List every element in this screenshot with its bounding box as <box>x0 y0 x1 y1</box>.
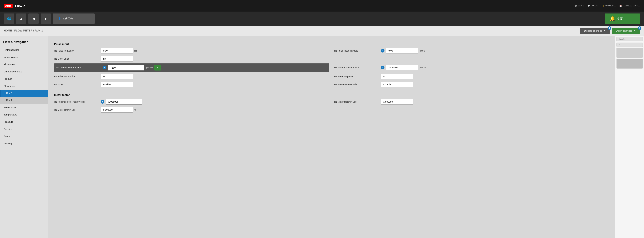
discard-badge: 1 <box>608 26 611 30</box>
r1-meter-factor-inuse-label: R1 Meter factor in-use <box>334 101 379 103</box>
back-button[interactable]: ◀ <box>28 13 39 24</box>
r1-meter-units-row: R1 Meter units bbl <box>54 55 329 62</box>
user-label: a (5000) <box>63 17 73 20</box>
sidebar: Flow-X Navigation Historical data In-use… <box>0 36 48 238</box>
r1-kfactor-confirm-button[interactable]: ✔ <box>154 65 161 71</box>
right-panel-file: File <box>616 43 643 47</box>
r1-nominal-meter-factor-input[interactable] <box>106 99 142 105</box>
sidebar-item-cumulative-totals[interactable]: Cumulative totals <box>0 68 48 75</box>
r1-meter-factor-inuse-value: 1.000000 <box>381 99 413 105</box>
sidebar-item-density[interactable]: Density <box>0 125 48 133</box>
meter-error-grid: R1 Meter error in-use 0.000000 % <box>54 107 609 113</box>
app-name: Flow-X <box>15 4 26 7</box>
slot-status: ▣ SLOT 2 <box>575 5 584 7</box>
r1-pulse-flow-rate-value-group: 0.00 unit/hr <box>386 48 425 53</box>
r1-meter-error-inuse-unit: % <box>134 109 136 111</box>
r1-maintenance-mode-row: R1 Maintenance mode Disabled <box>334 81 609 88</box>
breadcrumb-actions: Discard changes ✕ 1 Apply changes ✔ 1 <box>580 28 640 34</box>
forward-button[interactable]: ▶ <box>40 13 51 24</box>
sidebar-item-flow-meter[interactable]: Flow Meter <box>0 82 48 90</box>
sidebar-item-run-2[interactable]: Run 2 <box>0 97 48 104</box>
topbar-status: ▣ SLOT 2 💬 ENGLISH 🔓 UNLOCKED 📅 11/08/20… <box>575 5 640 7</box>
apply-label: Apply changes <box>616 29 632 32</box>
r1-nominal-meter-factor-info-icon[interactable]: i <box>101 100 104 104</box>
sidebar-item-proving[interactable]: Proving <box>0 140 48 147</box>
r1-meter-kfactor-inuse-row: R1 Meter K-factor in-use i 7200.000 pls/… <box>334 63 609 72</box>
navbar-right: 🔔 0 (5) <box>605 13 640 24</box>
r1-pulse-input-active-row: R1 Pulse input active No <box>54 73 329 80</box>
sidebar-item-pressure[interactable]: Pressure <box>0 118 48 125</box>
r1-meter-factor-inuse-row: R1 Meter factor in-use 1.000000 <box>334 98 609 105</box>
topbar: ABB Flow-X ▣ SLOT 2 💬 ENGLISH 🔓 UNLOCKED… <box>0 0 644 11</box>
topbar-right: ▣ SLOT 2 💬 ENGLISH 🔓 UNLOCKED 📅 11/08/20… <box>575 5 640 7</box>
r1-maintenance-mode-value: Disabled <box>381 82 413 87</box>
main-layout: Flow-X Navigation Historical data In-use… <box>0 36 644 238</box>
r1-fwd-nominal-kfactor-row: R1 Fwd nominal K-factor i pls/unit ✔ <box>54 63 329 72</box>
r1-meter-kfactor-inuse-info-icon[interactable]: i <box>381 66 384 69</box>
r1-meter-error-inuse-value: 0.000000 <box>101 107 133 113</box>
sidebar-item-meter-factor[interactable]: Meter factor <box>0 104 48 111</box>
discard-changes-button[interactable]: Discard changes ✕ 1 <box>580 28 610 34</box>
r1-fwd-nominal-kfactor-label: R1 Fwd nominal K-factor <box>56 66 101 69</box>
up-button[interactable]: ▲ <box>16 13 26 24</box>
r1-kfactor-info-icon[interactable]: i <box>103 66 106 69</box>
sidebar-item-batch[interactable]: Batch <box>0 133 48 140</box>
r1-pulse-freq-label: R1 Pulse frequency <box>54 49 99 52</box>
alarm-icon: 🔔 <box>610 16 616 21</box>
r1-pulse-flow-rate-info-icon[interactable]: i <box>381 49 384 52</box>
r1-pulse-freq-value-group: 0.00 Hz <box>101 48 137 53</box>
r1-totals-value: Enabled <box>101 82 133 87</box>
datetime-status: 📅 11/08/2023 11:01:20 <box>619 5 640 7</box>
right-panel: + New Tab File <box>615 36 644 238</box>
globe-button[interactable]: 🌐 <box>4 13 14 24</box>
r1-pulse-input-active-label: R1 Pulse input active <box>54 75 99 78</box>
sidebar-title: Flow-X Navigation <box>0 38 48 46</box>
pulse-active-grid: R1 Pulse input active No R1 Meter on pro… <box>54 73 609 80</box>
right-panel-new-tab: + New Tab <box>616 37 643 41</box>
apply-badge: 1 <box>638 26 642 30</box>
abb-logo: ABB <box>4 4 12 8</box>
alarm-count: 0 (5) <box>618 17 624 20</box>
r1-pulse-freq-value: 0.00 <box>101 48 133 53</box>
r1-totals-row: R1 Totals Enabled <box>54 81 329 88</box>
meter-units-grid: R1 Meter units bbl <box>54 55 609 62</box>
totals-grid: R1 Totals Enabled R1 Maintenance mode Di… <box>54 81 609 88</box>
r1-meter-units-value: bbl <box>101 56 133 62</box>
r1-pulse-input-active-value: No <box>101 74 133 79</box>
sidebar-item-temperature[interactable]: Temperature <box>0 111 48 118</box>
sidebar-item-in-use-values[interactable]: In-use values <box>0 53 48 61</box>
r1-meter-kfactor-inuse-value: 7200.000 <box>386 65 418 70</box>
r1-meter-on-prove-label: R1 Meter on prove <box>334 75 379 78</box>
r1-meter-kfactor-inuse-label: R1 Meter K-factor in-use <box>334 66 379 69</box>
r1-pulse-freq-row: R1 Pulse frequency 0.00 Hz <box>54 47 329 54</box>
right-panel-thumbnail-1 <box>616 48 643 58</box>
r1-pulse-freq-unit: Hz <box>134 50 137 52</box>
apply-icon: ✔ <box>634 29 636 32</box>
lock-icon: 🔓 <box>602 5 605 7</box>
r1-meter-error-inuse-value-group: 0.000000 % <box>101 107 136 113</box>
meter-factor-grid: R1 Nominal meter factor / error i R1 Met… <box>54 98 609 105</box>
sidebar-item-historical-data[interactable]: Historical data <box>0 46 48 53</box>
user-button[interactable]: 👤 a (5000) <box>53 13 95 24</box>
r1-meter-units-label: R1 Meter units <box>54 57 99 60</box>
discard-label: Discard changes <box>584 29 602 32</box>
sidebar-item-run-1[interactable]: Run 1 <box>0 90 48 97</box>
calendar-icon: 📅 <box>619 5 622 7</box>
slot-icon: ▣ <box>575 5 577 7</box>
r1-meter-error-inuse-row: R1 Meter error in-use 0.000000 % <box>54 107 329 113</box>
language-icon: 💬 <box>588 5 590 7</box>
r1-fwd-nominal-kfactor-input[interactable] <box>108 65 144 71</box>
r1-nominal-meter-factor-label: R1 Nominal meter factor / error <box>54 101 99 103</box>
alarm-button[interactable]: 🔔 0 (5) <box>605 13 640 24</box>
r1-pulse-input-flow-rate-label: R1 Pulse input flow rate <box>334 49 379 52</box>
content-area: Pulse input R1 Pulse frequency 0.00 Hz R… <box>48 36 615 238</box>
apply-changes-button[interactable]: Apply changes ✔ 1 <box>612 28 640 34</box>
r1-pulse-input-flow-rate-row: R1 Pulse input flow rate i 0.00 unit/hr <box>334 47 609 54</box>
r1-nominal-meter-factor-row: R1 Nominal meter factor / error i <box>54 98 329 105</box>
r1-meter-error-inuse-label: R1 Meter error in-use <box>54 109 99 111</box>
navbar: 🌐 ▲ ◀ ▶ 👤 a (5000) 🔔 0 (5) <box>0 11 644 26</box>
topbar-left: ABB Flow-X <box>4 4 26 8</box>
discard-icon: ✕ <box>604 29 606 32</box>
sidebar-item-product[interactable]: Product <box>0 75 48 82</box>
sidebar-item-flow-rates[interactable]: Flow rates <box>0 61 48 68</box>
